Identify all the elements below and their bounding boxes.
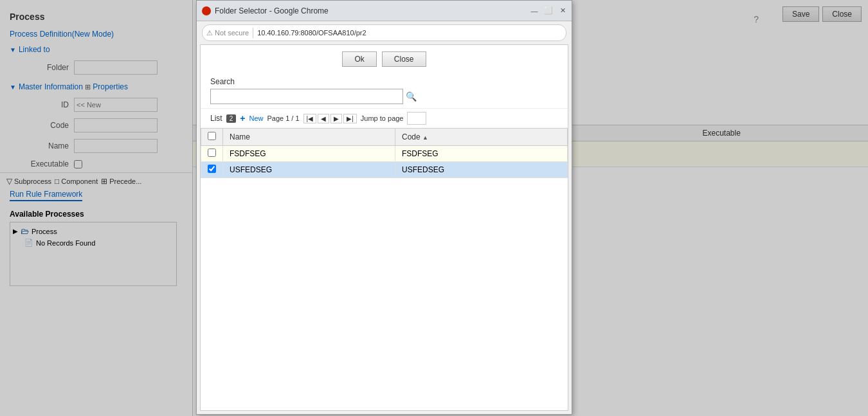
main-page: Process Process Definition(New Mode) ▼ L…: [0, 0, 868, 416]
row-checkbox-2[interactable]: [208, 165, 216, 173]
table-header-row: Name Code ▲: [201, 129, 568, 146]
search-label: Search: [210, 77, 558, 86]
search-input[interactable]: [210, 89, 403, 104]
modal-content: Ok Close Search 🔍 List 2 + New Page 1 / …: [200, 44, 568, 411]
chrome-close-button[interactable]: ✕: [559, 7, 566, 15]
search-section: Search 🔍: [201, 73, 568, 108]
table-row[interactable]: FSDFSEG FSDFSEG: [201, 146, 568, 162]
modal-top-buttons: Ok Close: [201, 45, 568, 73]
row-code-1: FSDFSEG: [395, 146, 568, 162]
modal-table: Name Code ▲ FS: [201, 128, 568, 178]
search-button[interactable]: 🔍: [406, 91, 417, 102]
chrome-controls: — ⬜ ✕: [530, 7, 566, 15]
last-page-button[interactable]: ▶|: [343, 114, 357, 123]
row-name-1: FSDFSEG: [223, 146, 395, 162]
list-label: List: [210, 114, 222, 123]
jump-input[interactable]: [407, 112, 426, 125]
header-checkbox[interactable]: [208, 132, 216, 140]
chrome-title-bar: Folder Selector - Google Chrome — ⬜ ✕: [197, 1, 572, 21]
nav-buttons: |◀ ◀ ▶ ▶|: [303, 114, 357, 123]
add-new-button[interactable]: +: [240, 113, 245, 123]
list-count-badge: 2: [226, 114, 237, 123]
name-col-label: Name: [230, 132, 250, 141]
not-secure: ⚠ Not secure: [206, 29, 249, 37]
modal-close-button[interactable]: Close: [382, 51, 426, 67]
chrome-favicon: [202, 6, 211, 15]
prev-page-button[interactable]: ◀: [318, 114, 329, 123]
page-info: Page 1 / 1: [267, 114, 299, 122]
list-toolbar: List 2 + New Page 1 / 1 |◀ ◀ ▶ ▶| Jump t…: [201, 108, 568, 128]
minimize-button[interactable]: —: [530, 7, 538, 15]
restore-button[interactable]: ⬜: [545, 7, 552, 15]
table-row[interactable]: USFEDSEG USFEDSEG: [201, 162, 568, 178]
header-checkbox-cell: [201, 129, 223, 146]
table-wrapper: Name Code ▲ FS: [201, 128, 568, 410]
row-checkbox-1[interactable]: [208, 149, 216, 157]
jump-label: Jump to page: [361, 114, 404, 122]
address-separator: [253, 28, 253, 38]
sort-arrow: ▲: [422, 134, 428, 141]
not-secure-label: Not secure: [215, 29, 249, 37]
code-col-label: Code: [402, 132, 420, 141]
row-name-2: USFEDSEG: [223, 162, 395, 178]
ok-button[interactable]: Ok: [342, 51, 376, 67]
address-text[interactable]: 10.40.160.79:8080/OFSAA810/pr2: [257, 29, 366, 37]
search-input-row: 🔍: [210, 89, 558, 104]
row-checkbox-cell-2: [201, 162, 223, 178]
new-label[interactable]: New: [249, 114, 263, 122]
chrome-address-bar: ⚠ Not secure 10.40.160.79:8080/OFSAA810/…: [202, 24, 566, 41]
warning-icon: ⚠: [206, 29, 213, 37]
table-head: Name Code ▲: [201, 129, 568, 146]
name-col-header: Name: [223, 129, 395, 146]
row-code-2: USFEDSEG: [395, 162, 568, 178]
table-body: FSDFSEG FSDFSEG USFEDSEG USFEDSEG: [201, 146, 568, 178]
chrome-title-text: Folder Selector - Google Chrome: [215, 6, 527, 15]
chrome-window: Folder Selector - Google Chrome — ⬜ ✕ ⚠ …: [196, 0, 572, 415]
row-checkbox-cell-1: [201, 146, 223, 162]
code-col-header: Code ▲: [395, 129, 568, 146]
next-page-button[interactable]: ▶: [330, 114, 342, 123]
first-page-button[interactable]: |◀: [303, 114, 317, 123]
